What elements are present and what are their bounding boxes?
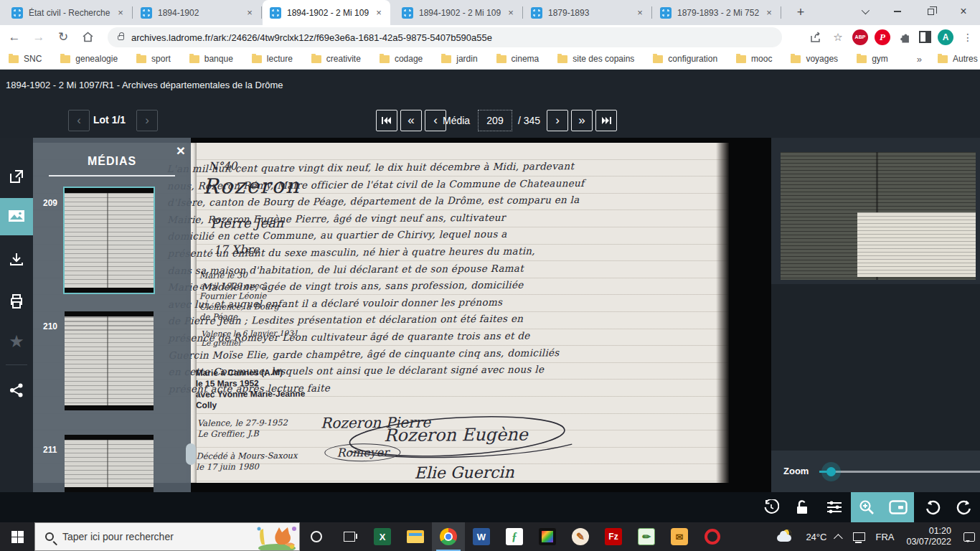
adjustments-sliders-button[interactable] [819, 492, 850, 522]
media-first-button[interactable] [376, 110, 397, 131]
tab-close-icon[interactable]: × [634, 7, 646, 19]
tab-close-icon[interactable]: × [505, 7, 517, 19]
taskbar-app-feather-writer[interactable]: ƒ [498, 522, 531, 551]
taskbar-app-word[interactable]: W [465, 522, 498, 551]
profile-avatar[interactable]: A [938, 29, 953, 45]
open-external-button[interactable] [0, 161, 33, 192]
media-next10-button[interactable]: » [571, 110, 593, 131]
bookmarks-overflow-icon[interactable]: » [917, 54, 922, 65]
media-prev10-button[interactable]: « [400, 110, 422, 131]
adblock-extension-icon[interactable]: ABP [852, 29, 868, 45]
unlock-button[interactable] [786, 492, 818, 522]
other-bookmarks-button[interactable]: Autres favoris [938, 54, 980, 64]
split-square-extension-icon[interactable] [919, 31, 931, 43]
media-panel-button[interactable] [0, 198, 33, 235]
home-button[interactable] [77, 27, 98, 47]
thumbnail-image[interactable] [65, 188, 154, 293]
notification-center-button[interactable] [958, 522, 980, 551]
thumbnail-image[interactable] [65, 311, 154, 410]
media-next-button[interactable]: › [547, 110, 568, 131]
browser-tab[interactable]: 1894-1902 × [133, 0, 261, 25]
bookmark-folder[interactable]: configuration [653, 54, 717, 64]
bookmark-folder[interactable]: mooc [736, 54, 772, 64]
tray-expand-button[interactable] [831, 522, 848, 551]
bookmark-folder[interactable]: jardin [441, 54, 477, 64]
bookmark-folder[interactable]: site des copains [557, 54, 634, 64]
taskbar-search-box[interactable]: Taper ici pour rechercher [34, 522, 300, 551]
favorite-star-button[interactable]: ★ [0, 326, 33, 357]
download-button[interactable] [0, 244, 33, 276]
temperature-label[interactable]: 24°C [801, 522, 831, 551]
media-last-button[interactable] [595, 110, 617, 131]
weather-icon[interactable] [772, 522, 801, 551]
bookmark-folder[interactable]: gym [857, 54, 888, 64]
bookmark-folder[interactable]: SNC [9, 54, 42, 64]
zoom-slider-thumb[interactable] [826, 467, 836, 476]
forward-button[interactable]: → [29, 27, 49, 47]
zoom-slider[interactable] [819, 471, 980, 473]
taskbar-app-mail[interactable]: ✉ [663, 522, 696, 551]
browser-tab[interactable]: 1879-1893 - 2 Mi 752 × [653, 0, 781, 25]
browser-tab[interactable]: 1894-1902 - 2 Mi 109 × [395, 0, 522, 25]
rotate-cw-button[interactable] [948, 492, 980, 522]
close-window-button[interactable]: × [947, 0, 980, 23]
restore-button[interactable] [914, 0, 947, 23]
browser-tab[interactable]: 1879-1893 × [524, 0, 651, 25]
lot-next-button[interactable]: › [136, 110, 158, 131]
start-button[interactable] [0, 522, 34, 551]
taskbar-app-filezilla[interactable]: Fz [597, 522, 630, 551]
language-indicator[interactable]: FRA [870, 522, 899, 551]
history-restore-button[interactable] [755, 492, 787, 522]
bookmark-folder[interactable]: voyages [791, 54, 838, 64]
clock[interactable]: 01:20 03/07/2022 [899, 526, 958, 547]
minimap-toggle-button[interactable] [882, 492, 914, 522]
tab-close-icon[interactable]: × [373, 7, 385, 19]
reload-button[interactable]: ↻ [53, 27, 73, 47]
tab-search-button[interactable] [848, 0, 881, 23]
browser-menu-icon[interactable]: ⋮ [960, 29, 976, 45]
bookmark-folder[interactable]: cinema [496, 54, 540, 64]
minimize-button[interactable] [881, 0, 914, 23]
tab-close-icon[interactable]: × [244, 7, 255, 19]
tab-close-icon[interactable]: × [115, 7, 126, 19]
browser-tab[interactable]: 1894-1902 - 2 Mi 109 × [263, 0, 390, 25]
share-icon[interactable] [808, 29, 824, 45]
browser-tab[interactable]: État civil - Recherche × [4, 0, 132, 25]
taskbar-app-opera[interactable] [696, 522, 729, 551]
task-view-button[interactable] [333, 522, 366, 551]
extensions-puzzle-icon[interactable] [897, 29, 913, 45]
pinterest-extension-icon[interactable]: P [875, 29, 890, 45]
medias-panel-close-icon[interactable]: × [176, 143, 185, 158]
minimap-page-thumbnail[interactable] [781, 152, 976, 280]
taskbar-app-chrome-active[interactable] [432, 522, 465, 551]
taskbar-app-media-viewer[interactable] [531, 522, 564, 551]
bookmark-folder[interactable]: creativite [311, 54, 361, 64]
bookmark-folder[interactable]: sport [136, 54, 171, 64]
bookmark-folder[interactable]: codage [380, 54, 423, 64]
taskbar-app-file-explorer[interactable] [399, 522, 432, 551]
bookmark-folder[interactable]: genealogie [60, 54, 118, 64]
tab-close-icon[interactable]: × [763, 7, 775, 19]
zoom-in-tool-button[interactable] [851, 492, 882, 522]
new-tab-button[interactable]: + [791, 4, 810, 22]
lock-icon[interactable] [118, 35, 124, 40]
network-icon[interactable] [848, 522, 870, 551]
share-button[interactable] [0, 375, 33, 406]
medias-panel: MÉDIAS × 209 210 211 [33, 138, 191, 492]
taskbar-app-notes[interactable]: ✏ [630, 522, 663, 551]
address-bar[interactable]: archives.ladrome.fr/ark:/24626/4tw9rclxk… [108, 27, 782, 47]
panel-scrollbar-handle[interactable] [186, 443, 196, 465]
print-button[interactable] [0, 286, 33, 317]
media-number-input[interactable] [478, 110, 512, 131]
bookmark-star-icon[interactable]: ☆ [830, 29, 846, 45]
minimap-viewport-rectangle[interactable] [857, 212, 976, 277]
rotate-ccw-button[interactable] [917, 492, 948, 522]
thumbnail-image[interactable] [65, 435, 154, 492]
back-button[interactable]: ← [4, 27, 24, 47]
lot-prev-button[interactable]: ‹ [68, 110, 90, 131]
taskbar-app-excel[interactable]: X [366, 522, 399, 551]
bookmark-folder[interactable]: lecture [252, 54, 293, 64]
bookmark-folder[interactable]: banque [189, 54, 233, 64]
taskbar-app-paint[interactable]: ✎ [564, 522, 597, 551]
cortana-button[interactable] [300, 522, 333, 551]
